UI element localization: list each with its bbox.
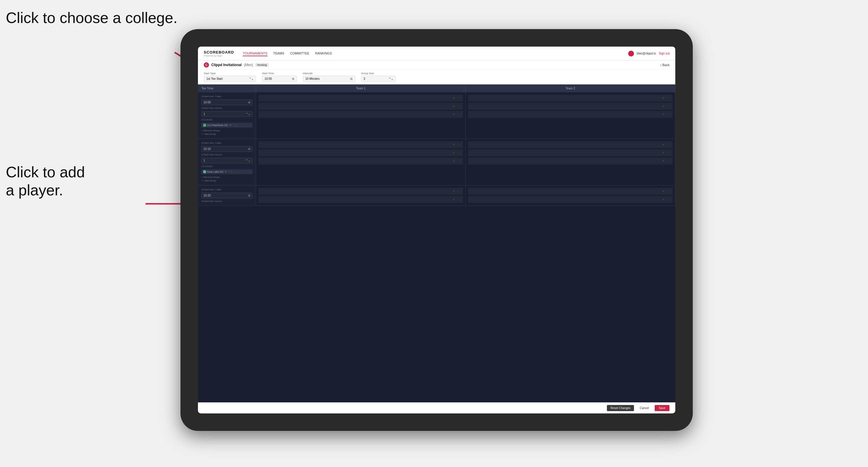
starting-time-input-2[interactable]: 10:10 ⊙ xyxy=(202,146,252,152)
player-slot[interactable]: ✕ ⌃⌄ xyxy=(258,141,463,148)
player-slot[interactable]: ✕ ⌃⌄ xyxy=(468,149,673,156)
player-slot[interactable]: ✕ ⌃⌄ xyxy=(258,196,463,203)
remove-add-2: ○ Remove Group ＋ Add Group xyxy=(202,176,252,182)
group-3-right: ✕ ⌃⌄ ✕ ⌃⌄ ✕ ⌃⌄ ✕ xyxy=(256,185,675,206)
remove-group-2[interactable]: ○ Remove Group xyxy=(202,176,252,179)
col-tee-time: Tee Time xyxy=(198,85,256,92)
tournament-name: Clippd Invitational xyxy=(211,63,242,67)
start-time-label: Start Time xyxy=(262,72,297,75)
nav-links: TOURNAMENTS TEAMS COMMITTEE RANKINGS xyxy=(243,51,628,56)
user-avatar xyxy=(628,51,634,57)
player-slot[interactable]: ✕ ⌃⌄ xyxy=(468,95,673,102)
team2-col-2: ✕ ⌃⌄ ✕ ⌃⌄ ✕ ⌃⌄ xyxy=(466,139,675,185)
table-row: STARTING TIME: 10:20 ⊙ STARTING HOLE: ✕ … xyxy=(198,185,675,206)
hosting-badge: Hosting xyxy=(255,63,269,67)
table-row: STARTING TIME: 10:10 ⊙ STARTING HOLE: 1 … xyxy=(198,139,675,185)
team2-col-1: ✕ ⌃⌄ ✕ ⌃⌄ ✕ ⌃⌄ xyxy=(466,92,675,138)
cancel-button[interactable]: Cancel xyxy=(636,405,652,411)
group-3-left: STARTING TIME: 10:20 ⊙ STARTING HOLE: xyxy=(198,185,256,206)
nav-committee[interactable]: COMMITTEE xyxy=(290,51,309,56)
player-slot[interactable]: ✕ ⌃⌄ xyxy=(258,157,463,164)
brand: SCOREBOARD Powered by clippi xyxy=(204,50,234,57)
c-logo: C xyxy=(204,62,209,67)
table-row: STARTING TIME: 10:00 ⊙ STARTING HOLE: 1 … xyxy=(198,92,675,139)
intervals-label: Intervals xyxy=(303,72,355,75)
player-slot[interactable]: ✕ ⌃⌄ xyxy=(258,188,463,195)
tournament-gender: (Men) xyxy=(244,63,253,67)
starting-time-label-3: STARTING TIME: xyxy=(202,188,252,191)
nav-teams[interactable]: TEAMS xyxy=(273,51,284,56)
group-2-right: ✕ ⌃⌄ ✕ ⌃⌄ ✕ ⌃⌄ ✕ xyxy=(256,139,675,185)
tablet-screen: SCOREBOARD Powered by clippi TOURNAMENTS… xyxy=(198,46,675,413)
reset-button[interactable]: Reset Changes xyxy=(607,405,634,411)
group-1-left: STARTING TIME: 10:00 ⊙ STARTING HOLE: 1 … xyxy=(198,92,256,138)
group-1-right: ✕ ⌃⌄ ✕ ⌃⌄ ✕ ⌃⌄ ✕ xyxy=(256,92,675,138)
starting-hole-input-2[interactable]: 1 ⌃⌄ xyxy=(202,158,252,163)
team1-col-1: ✕ ⌃⌄ ✕ ⌃⌄ ✕ ⌃⌄ xyxy=(256,92,466,138)
team1-col-3: ✕ ⌃⌄ ✕ ⌃⌄ xyxy=(256,185,466,206)
course-icon-2 xyxy=(203,170,206,173)
table-header: Tee Time Team 1 Team 2 xyxy=(198,85,675,92)
start-type-label: Start Type xyxy=(204,72,256,75)
table-content[interactable]: STARTING TIME: 10:00 ⊙ STARTING HOLE: 1 … xyxy=(198,92,675,402)
start-type-group: Start Type 1st Tee Start ⌃⌄ xyxy=(204,72,256,82)
annotation-choose-college: Click to choose a college. xyxy=(6,9,178,27)
player-slot[interactable]: ✕ ⌃⌄ xyxy=(468,141,673,148)
add-group-1[interactable]: ＋ Add Group xyxy=(202,132,252,136)
player-slot[interactable]: ✕ ⌃⌄ xyxy=(468,111,673,118)
starting-time-label-2: STARTING TIME: xyxy=(202,142,252,145)
player-slot[interactable]: ✕ ⌃⌄ xyxy=(258,149,463,156)
player-slot[interactable]: ✕ ⌃⌄ xyxy=(258,111,463,118)
course-tag-1[interactable]: (A) Peachtree GC ✕ ⌃⌄ xyxy=(202,123,252,127)
course-label-2: COURSE: xyxy=(202,165,252,168)
col-team2: Team 2 xyxy=(466,85,675,92)
player-slot[interactable]: ✕ ⌃⌄ xyxy=(468,196,673,203)
starting-time-label-1: STARTING TIME: xyxy=(202,95,252,98)
player-slot[interactable]: ✕ ⌃⌄ xyxy=(258,95,463,102)
nav-tournaments[interactable]: TOURNAMENTS xyxy=(243,51,268,56)
nav-rankings[interactable]: RANKINGS xyxy=(315,51,332,56)
remove-add-1: ○ Remove Group ＋ Add Group xyxy=(202,129,252,136)
starting-time-input-3[interactable]: 10:20 ⊙ xyxy=(202,193,252,198)
sign-out[interactable]: Sign out xyxy=(659,52,670,55)
annotation-add-player: Click to adda player. xyxy=(6,163,85,199)
bottom-bar: Reset Changes Cancel Save xyxy=(198,402,675,413)
course-label-1: COURSE: xyxy=(202,119,252,121)
nav-right: blair@clippd.io Sign out xyxy=(628,51,670,57)
course-tag-2[interactable]: East Lake GC ✕ ⌃⌄ xyxy=(202,169,252,174)
player-slot[interactable]: ✕ ⌃⌄ xyxy=(468,103,673,110)
intervals-select[interactable]: 10 Minutes ⊙ xyxy=(303,76,355,82)
intervals-group: Intervals 10 Minutes ⊙ xyxy=(303,72,355,82)
brand-title: SCOREBOARD xyxy=(204,50,234,55)
remove-group-1[interactable]: ○ Remove Group xyxy=(202,129,252,132)
group-2-left: STARTING TIME: 10:10 ⊙ STARTING HOLE: 1 … xyxy=(198,139,256,185)
settings-row: Start Type 1st Tee Start ⌃⌄ Start Time 1… xyxy=(198,70,675,85)
start-time-select[interactable]: 10:00 ⊙ xyxy=(262,76,297,82)
sub-header: C Clippd Invitational (Men) Hosting ‹ Ba… xyxy=(198,61,675,70)
start-type-select[interactable]: 1st Tee Start ⌃⌄ xyxy=(204,76,256,82)
starting-hole-label-2: STARTING HOLE: xyxy=(202,153,252,156)
save-button[interactable]: Save xyxy=(655,405,670,411)
starting-hole-label-3: STARTING HOLE: xyxy=(202,200,252,203)
group-size-select[interactable]: 3 ⌃⌄ xyxy=(361,76,396,82)
tablet-frame: SCOREBOARD Powered by clippi TOURNAMENTS… xyxy=(181,29,693,431)
team2-col-3: ✕ ⌃⌄ ✕ ⌃⌄ xyxy=(466,185,675,206)
tournament-title: C Clippd Invitational (Men) Hosting xyxy=(204,62,269,67)
group-size-label: Group Size xyxy=(361,72,396,75)
start-time-group: Start Time 10:00 ⊙ xyxy=(262,72,297,82)
user-email: blair@clippd.io xyxy=(637,52,656,55)
player-slot[interactable]: ✕ ⌃⌄ xyxy=(468,188,673,195)
starting-hole-input-1[interactable]: 1 ⌃⌄ xyxy=(202,111,252,117)
player-slot[interactable]: ✕ ⌃⌄ xyxy=(258,103,463,110)
add-group-2[interactable]: ＋ Add Group xyxy=(202,179,252,182)
player-slot[interactable]: ✕ ⌃⌄ xyxy=(468,157,673,164)
starting-time-input-1[interactable]: 10:00 ⊙ xyxy=(202,100,252,105)
top-nav: SCOREBOARD Powered by clippi TOURNAMENTS… xyxy=(198,46,675,61)
course-icon-1 xyxy=(203,124,206,127)
starting-hole-label-1: STARTING HOLE: xyxy=(202,107,252,110)
brand-sub: Powered by clippi xyxy=(204,55,234,57)
group-size-group: Group Size 3 ⌃⌄ xyxy=(361,72,396,82)
team1-col-2: ✕ ⌃⌄ ✕ ⌃⌄ ✕ ⌃⌄ xyxy=(256,139,466,185)
back-button[interactable]: ‹ Back xyxy=(660,63,670,67)
col-team1: Team 1 xyxy=(256,85,466,92)
